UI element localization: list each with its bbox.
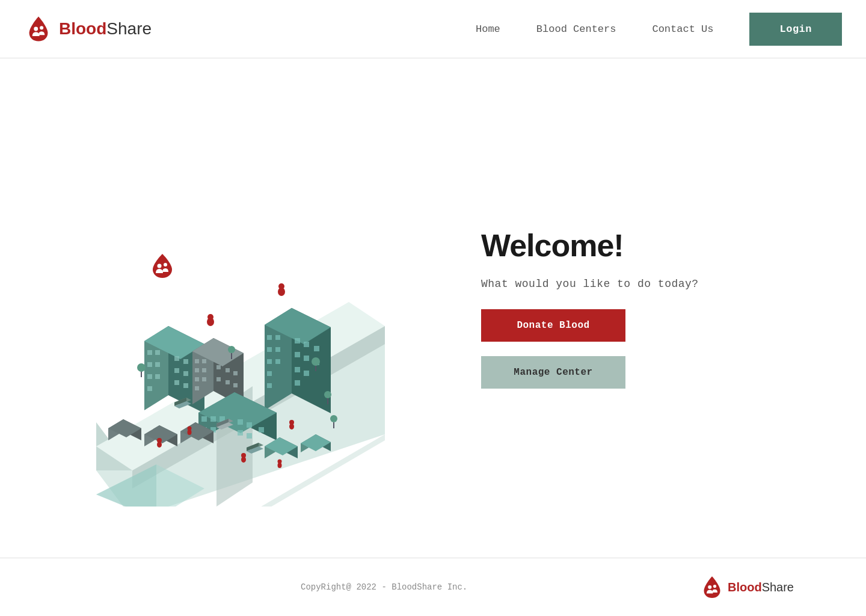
svg-rect-33	[202, 359, 206, 363]
logo-text: BloodShare	[59, 19, 152, 38]
footer-logo-icon	[701, 574, 723, 600]
svg-rect-13	[155, 350, 160, 355]
svg-point-109	[228, 346, 235, 353]
svg-point-1	[40, 26, 43, 29]
svg-point-27	[158, 264, 162, 268]
svg-rect-59	[304, 342, 309, 347]
svg-rect-34	[195, 368, 199, 372]
svg-rect-43	[226, 380, 230, 384]
svg-rect-18	[147, 386, 152, 391]
svg-rect-52	[267, 347, 272, 352]
svg-rect-16	[147, 374, 152, 379]
svg-rect-15	[155, 362, 160, 367]
svg-point-128	[708, 585, 711, 589]
svg-rect-14	[147, 362, 152, 367]
donate-blood-button[interactable]: Donate Blood	[481, 309, 625, 342]
svg-rect-8	[96, 182, 97, 182]
svg-rect-25	[174, 380, 179, 385]
svg-point-46	[207, 318, 214, 326]
hero-illustration	[48, 109, 433, 507]
svg-rect-17	[155, 374, 160, 379]
svg-rect-35	[202, 368, 206, 372]
svg-rect-36	[195, 377, 199, 381]
nav-contact-us[interactable]: Contact Us	[652, 23, 713, 35]
login-button[interactable]: Login	[749, 13, 842, 46]
svg-point-68	[278, 288, 285, 296]
svg-rect-26	[183, 383, 188, 388]
svg-rect-37	[202, 377, 206, 381]
svg-rect-73	[210, 416, 216, 422]
svg-rect-38	[195, 386, 199, 390]
svg-rect-72	[201, 416, 207, 422]
welcome-subtitle: What would you like to do today?	[481, 278, 699, 290]
svg-rect-60	[314, 346, 319, 351]
svg-rect-53	[275, 347, 280, 352]
svg-rect-20	[183, 359, 188, 364]
svg-rect-66	[295, 380, 300, 386]
svg-rect-12	[147, 350, 152, 355]
header: BloodShare Home Blood Centers Contact Us…	[0, 0, 866, 58]
footer-logo-text: BloodShare	[728, 581, 794, 594]
svg-rect-62	[304, 356, 309, 361]
svg-rect-64	[295, 367, 300, 372]
main-content: Welcome! What would you like to do today…	[0, 58, 866, 558]
svg-point-113	[324, 391, 331, 398]
svg-point-0	[34, 27, 38, 31]
svg-rect-81	[247, 433, 252, 439]
svg-point-121	[241, 457, 246, 463]
welcome-title: Welcome!	[481, 227, 624, 263]
svg-rect-41	[233, 371, 238, 375]
svg-rect-51	[275, 335, 280, 340]
svg-point-107	[137, 363, 146, 372]
footer-logo: BloodShare	[701, 574, 794, 600]
svg-rect-44	[233, 383, 238, 387]
svg-rect-40	[226, 368, 230, 372]
svg-rect-55	[275, 359, 280, 364]
svg-rect-78	[247, 422, 252, 428]
svg-point-115	[330, 415, 337, 422]
svg-rect-56	[267, 371, 272, 376]
svg-rect-61	[295, 352, 300, 357]
nav-blood-centers[interactable]: Blood Centers	[536, 23, 616, 35]
svg-point-129	[713, 585, 716, 588]
svg-rect-80	[238, 430, 243, 436]
logo: BloodShare	[24, 14, 152, 43]
svg-rect-42	[216, 377, 221, 381]
svg-rect-79	[259, 427, 264, 433]
svg-point-28	[164, 263, 167, 266]
manage-center-button[interactable]: Manage Center	[481, 356, 625, 389]
svg-rect-19	[174, 356, 179, 361]
svg-point-119	[188, 430, 192, 435]
svg-point-117	[157, 442, 162, 448]
svg-rect-54	[267, 359, 272, 364]
svg-rect-65	[304, 371, 309, 376]
logo-icon	[24, 14, 53, 43]
svg-rect-23	[183, 371, 188, 376]
svg-point-123	[289, 424, 294, 430]
nav-home[interactable]: Home	[476, 23, 500, 35]
main-nav: Home Blood Centers Contact Us Login	[476, 13, 842, 46]
svg-rect-50	[267, 335, 272, 340]
svg-rect-22	[174, 368, 179, 373]
footer: CopyRight@ 2022 - BloodShare Inc. BloodS…	[0, 558, 866, 616]
svg-rect-58	[295, 338, 300, 343]
footer-copyright: CopyRight@ 2022 - BloodShare Inc.	[301, 582, 467, 592]
svg-rect-39	[216, 365, 221, 369]
svg-point-125	[278, 463, 282, 468]
svg-point-111	[312, 357, 320, 366]
svg-rect-57	[267, 383, 272, 388]
svg-rect-77	[238, 419, 243, 425]
right-panel: Welcome! What would you like to do today…	[433, 227, 806, 389]
svg-rect-32	[195, 359, 199, 363]
